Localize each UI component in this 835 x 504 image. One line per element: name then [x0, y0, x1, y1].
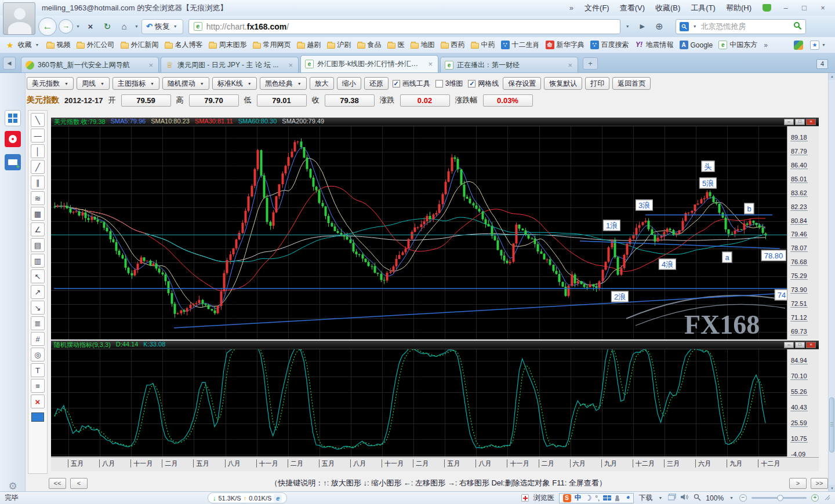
wave-annotation[interactable]: 78.80 [761, 250, 786, 261]
scroll-next-button[interactable]: > [789, 478, 807, 489]
bookmark-folder[interactable]: 外汇新闻 [118, 39, 162, 51]
address-bar[interactable]: e http://chart.fx168.com/ [188, 19, 620, 34]
toolbar-checkbox[interactable]: ✓网格线 [468, 79, 499, 89]
fib-retracement-tool[interactable]: ▤ [31, 238, 45, 252]
minimize-button[interactable]: – [777, 2, 794, 14]
wave-annotation[interactable]: 1浪 [603, 220, 620, 231]
cube-icon[interactable] [794, 41, 803, 50]
menu-item[interactable]: 工具(T) [685, 2, 721, 13]
zoom-out-button[interactable]: − [739, 494, 747, 502]
zoom-level[interactable]: 100% [706, 494, 724, 502]
collect-icon[interactable]: + [5, 154, 21, 170]
new-page-icon[interactable]: ★ [810, 41, 819, 50]
bookmark-folder[interactable]: 越剧 [294, 39, 324, 51]
hash-tool[interactable]: # [31, 332, 45, 346]
toolbar-dropdown[interactable]: 标准K线▼ [212, 77, 257, 90]
menu-tool[interactable]: ≡ [31, 379, 45, 393]
refresh-button[interactable]: ↻ [100, 19, 115, 34]
ime-language-toggle[interactable]: 中 [575, 493, 582, 503]
skin-icon[interactable] [763, 4, 771, 12]
back-button[interactable]: ← [38, 17, 57, 36]
wave-annotation[interactable]: 4浪 [659, 259, 676, 270]
vertical-scrollbar[interactable]: ▲ ▼ [828, 73, 835, 492]
search-input[interactable] [701, 22, 790, 31]
moon-icon[interactable]: ☽ [585, 494, 592, 502]
wrench-icon[interactable] [623, 494, 630, 502]
browser-doctor-icon[interactable] [521, 494, 529, 502]
search-box[interactable]: ▼ [676, 19, 806, 34]
toolbar-button[interactable]: 缩小 [337, 77, 361, 90]
forward-history-caret[interactable]: ▼ [75, 24, 81, 28]
tab-counter[interactable]: 4 [816, 59, 828, 69]
stop-button[interactable]: × [83, 19, 98, 34]
horizontal-line-tool[interactable]: — [31, 129, 45, 143]
zoom-magnifier-icon[interactable] [694, 494, 701, 503]
panel-maximize-button[interactable]: □ [795, 119, 805, 125]
fib-timezone-tool[interactable]: ▥ [31, 254, 45, 268]
toolbar-action-button[interactable]: 打印 [585, 77, 609, 90]
bookmark-folder[interactable]: 常用网页 [250, 39, 294, 51]
search-engine-caret[interactable]: ▼ [692, 24, 698, 28]
shield-icon[interactable]: ⊕ [652, 19, 667, 34]
home-caret[interactable]: ▼ [133, 24, 140, 28]
toolbar-dropdown[interactable]: 黑色经典▼ [260, 77, 307, 90]
panel-maximize-button[interactable]: □ [795, 342, 805, 348]
wave-annotation[interactable]: 2浪 [611, 291, 629, 302]
wave-annotation[interactable]: b [744, 203, 754, 214]
bookmark-folder[interactable]: 地图 [408, 39, 438, 51]
bookmark-item[interactable]: ∵十二生肖 [498, 39, 543, 51]
tab-close-icon[interactable]: × [147, 61, 154, 70]
wave-annotation[interactable]: 头 [702, 161, 715, 172]
panel-minimize-button[interactable]: – [784, 119, 794, 125]
close-window-button[interactable]: × [814, 2, 832, 14]
scroll-first-button[interactable]: << [49, 478, 66, 489]
speaker-icon[interactable] [681, 494, 689, 502]
arrow-ne-tool[interactable]: ↗ [31, 285, 45, 299]
browser-doctor-label[interactable]: 浏览医 [533, 493, 554, 503]
go-button[interactable]: ▶ [635, 19, 650, 34]
bookmark-folder[interactable]: 名人博客 [162, 39, 206, 51]
menu-item[interactable]: 帮助(H) [721, 2, 757, 13]
user-icon[interactable] [615, 495, 620, 501]
tab-close-icon[interactable]: × [287, 61, 294, 70]
menu-item[interactable]: 收藏(B) [650, 2, 685, 13]
menu-item[interactable]: 文件(F) [579, 2, 615, 13]
bookmark-folder[interactable]: 中药 [468, 39, 498, 51]
bookmark-item[interactable]: 命新华字典 [543, 39, 587, 51]
weibo-icon[interactable] [5, 131, 21, 147]
new-page-caret[interactable]: ▼ [821, 43, 827, 47]
bookmark-folder[interactable]: 食品 [354, 39, 384, 51]
angle-tool[interactable]: ∠ [31, 222, 45, 236]
toolbar-dropdown[interactable]: 周线▼ [77, 77, 110, 90]
tab-close-icon[interactable]: × [567, 61, 573, 70]
keyboard-icon[interactable] [603, 495, 611, 501]
bookmark-folder[interactable]: 外汇公司 [74, 39, 118, 51]
bookmark-folder[interactable]: 视频 [43, 39, 74, 51]
arrow-nw-tool[interactable]: ↖ [31, 269, 45, 283]
toolbar-checkbox[interactable]: 3维图 [435, 79, 463, 89]
arrow-se-tool[interactable]: ↘ [31, 301, 45, 315]
scroll-prev-button[interactable]: < [70, 478, 88, 489]
panel-minimize-button[interactable]: – [784, 342, 794, 348]
delete-tool[interactable]: × [31, 395, 45, 408]
scroll-up-icon[interactable]: ▲ [829, 73, 835, 80]
bookmark-item[interactable]: e中国东方 [716, 39, 760, 51]
resize-grip-icon[interactable] [823, 494, 830, 502]
toolbar-action-button[interactable]: 保存设置 [503, 77, 541, 90]
zoom-slider-thumb[interactable] [777, 495, 783, 501]
bookmark-folder[interactable]: 医 [384, 39, 408, 51]
zoom-caret[interactable]: ▼ [728, 496, 735, 500]
panel-close-button[interactable]: × [806, 342, 816, 348]
ray-tool[interactable]: ╱ [31, 160, 45, 174]
toolbar-action-button[interactable]: 返回首页 [612, 77, 651, 90]
tab-4[interactable]: e正在播出：第一财经× [440, 57, 578, 72]
ime-punctuation[interactable]: °, [595, 494, 600, 502]
fib-fan-tool[interactable]: ≋ [31, 191, 45, 205]
scroll-last-button[interactable]: >> [811, 478, 828, 489]
bookmark-item[interactable]: ∵百度搜索 [587, 39, 632, 51]
url-text[interactable]: http://chart.fx168.com/ [206, 22, 289, 31]
tab-3[interactable]: e外汇图形-k线图-外汇行情-外汇牌...× [300, 55, 438, 72]
tab-1[interactable]: 360导航_新一代安全上网导航× [21, 57, 159, 72]
toolbar-dropdown[interactable]: 主图指标▼ [112, 77, 159, 90]
zoom-slider[interactable] [752, 497, 807, 499]
